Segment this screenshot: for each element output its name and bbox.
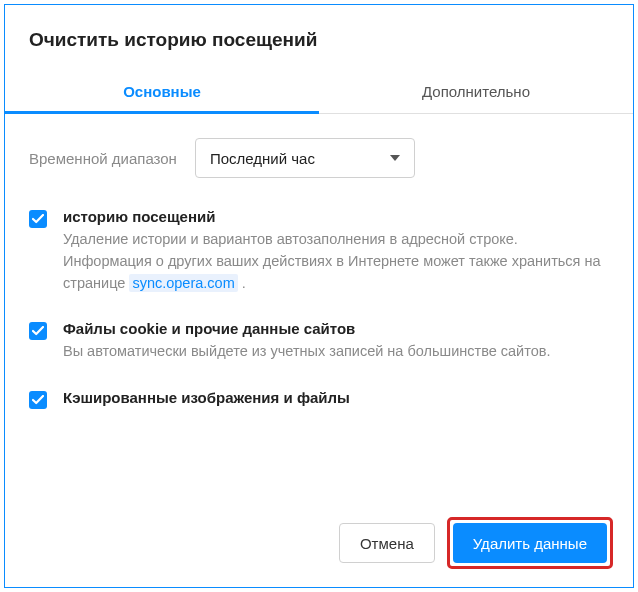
option-history-title: историю посещений [63,208,609,225]
tab-advanced[interactable]: Дополнительно [319,71,633,113]
time-range-value: Последний час [210,150,315,167]
cancel-button[interactable]: Отмена [339,523,435,563]
checkbox-history[interactable] [29,210,47,228]
dialog-content: Временной диапазон Последний час историю… [5,114,633,499]
option-history-desc: Удаление истории и вариантов автозаполне… [63,229,609,294]
chevron-down-icon [390,155,400,161]
tab-basic[interactable]: Основные [5,71,319,114]
dialog-title: Очистить историю посещений [5,5,633,71]
dialog-footer: Отмена Удалить данные [5,499,633,587]
option-cache-title: Кэшированные изображения и файлы [63,389,609,406]
option-cache: Кэшированные изображения и файлы [29,389,609,410]
check-icon [32,395,44,405]
sync-link[interactable]: sync.opera.com [129,274,237,292]
option-cookies-desc: Вы автоматически выйдете из учетных запи… [63,341,609,363]
clear-button-highlight: Удалить данные [447,517,613,569]
time-range-row: Временной диапазон Последний час [29,138,609,178]
checkbox-cookies[interactable] [29,322,47,340]
option-history-body: историю посещений Удаление истории и вар… [63,208,609,294]
option-cache-body: Кэшированные изображения и файлы [63,389,609,410]
option-cookies-title: Файлы cookie и прочие данные сайтов [63,320,609,337]
option-history: историю посещений Удаление истории и вар… [29,208,609,294]
tabs: Основные Дополнительно [5,71,633,114]
check-icon [32,326,44,336]
clear-history-dialog: Очистить историю посещений Основные Допо… [4,4,634,588]
time-range-label: Временной диапазон [29,150,177,167]
option-cookies: Файлы cookie и прочие данные сайтов Вы а… [29,320,609,363]
time-range-select[interactable]: Последний час [195,138,415,178]
check-icon [32,214,44,224]
clear-data-button[interactable]: Удалить данные [453,523,607,563]
option-cookies-body: Файлы cookie и прочие данные сайтов Вы а… [63,320,609,363]
checkbox-cache[interactable] [29,391,47,409]
